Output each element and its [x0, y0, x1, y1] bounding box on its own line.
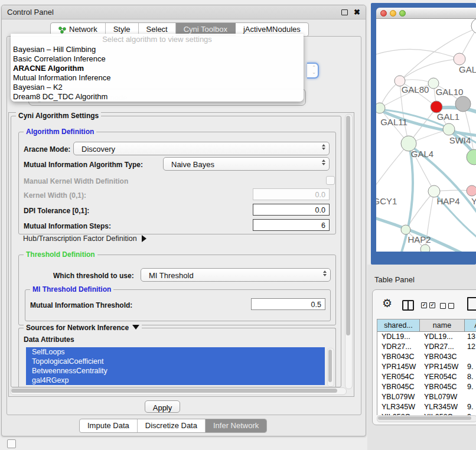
float-window-icon[interactable] — [341, 9, 348, 15]
network-node-label: SWI4 — [449, 135, 471, 145]
attribute-list-item[interactable]: TopologicalCoefficient — [26, 357, 325, 366]
table-cell: YLR345W — [377, 402, 420, 412]
panel-title: Control Panel — [7, 8, 341, 17]
select-all-checks-icon[interactable]: ✓✓ — [421, 302, 435, 308]
table-cell: YBL079W — [377, 392, 420, 402]
table-cell: YBR045C — [377, 382, 420, 392]
table-cell: 9. — [465, 362, 476, 372]
zoom-traffic-light-icon[interactable] — [399, 10, 406, 17]
attribute-list-item[interactable]: BetweennessCentrality — [26, 366, 325, 376]
network-edge[interactable] — [376, 144, 409, 193]
table-cell: YDR27... — [377, 342, 420, 352]
network-node-hap4[interactable] — [428, 185, 440, 197]
attributes-list-scrollbar[interactable] — [327, 348, 334, 387]
kernel-width-field[interactable]: 0.0 — [253, 188, 330, 200]
table-body: YDL19...YDL19...13YDR27...YDR27...12YBR0… — [377, 332, 476, 415]
mi-type-combobox[interactable]: Naive Bayes — [163, 157, 330, 171]
table-row[interactable]: YDR27...YDR27...12 — [377, 342, 476, 352]
table-horizontal-scrollbar[interactable] — [377, 415, 476, 422]
network-node-label: GAL10 — [436, 87, 464, 97]
mi-threshold-group: MI Threshold Definition Mutual Informati… — [25, 289, 331, 321]
mi-steps-label: Mutual Information Steps: — [24, 222, 111, 230]
network-node-hap2[interactable] — [401, 225, 410, 234]
algorithm-option[interactable]: Mutual Information Inference — [11, 73, 304, 83]
tab-infer-network[interactable]: Infer Network — [206, 419, 266, 432]
tab-impute-data[interactable]: Impute Data — [80, 419, 138, 432]
network-node-gal11[interactable] — [376, 103, 385, 113]
network-node[interactable] — [471, 19, 476, 34]
close-icon[interactable]: ✖ — [354, 8, 360, 16]
mi-threshold-field[interactable]: 0.5 — [251, 298, 325, 310]
network-edge[interactable] — [376, 49, 459, 59]
algorithm-option[interactable]: Basic Correlation Inference — [11, 54, 304, 64]
algorithm-option[interactable]: Dream8 DC_TDC Algorithm — [11, 92, 304, 102]
hub-definition-label: Hub/Transcription Factor Definition — [23, 234, 137, 243]
network-desktop-frame: GALGAL80GAL10GAL1GAL11SWI4GAL4GCY1HAP4YH… — [371, 3, 476, 265]
mi-steps-field[interactable]: 6 — [253, 219, 330, 231]
settings-scrollpane: Cyni Algorithm Settings Algorithm Defini… — [8, 112, 354, 397]
column-header[interactable]: shared... — [377, 319, 420, 332]
network-window: GALGAL80GAL10GAL1GAL11SWI4GAL4GCY1HAP4YH… — [376, 8, 476, 251]
threshold-definition-legend: Threshold Definition — [24, 250, 97, 259]
network-node-swi4[interactable] — [443, 123, 455, 135]
table-row[interactable]: YLR345WYLR345W9. — [377, 402, 476, 412]
network-node-label: GAL4 — [411, 149, 433, 159]
network-node[interactable] — [455, 96, 471, 112]
network-node-gal[interactable] — [454, 53, 465, 65]
column-header[interactable]: name — [420, 319, 465, 332]
mi-threshold-label: Mutual Information Threshold: — [30, 301, 132, 309]
dpi-tolerance-field[interactable]: 0.0 — [253, 204, 330, 216]
network-node[interactable] — [467, 149, 476, 165]
table-cell: YPR145W — [377, 362, 420, 372]
table-row[interactable]: YBR045CYBR045C9. — [377, 382, 476, 392]
deselect-all-boxes-icon[interactable] — [440, 303, 454, 309]
table-cell: YDL19... — [377, 332, 420, 342]
network-edge[interactable] — [400, 59, 459, 81]
collapsed-panel-icon[interactable] — [7, 439, 16, 448]
attribute-list-item[interactable]: gal4RGexp — [26, 376, 325, 385]
data-attributes-list[interactable]: SelfLoopsTopologicalCoefficientBetweenne… — [26, 347, 325, 386]
network-node-label: GCY1 — [376, 196, 397, 206]
focused-combobox-fragment[interactable]: ⌃⌄ — [307, 63, 319, 79]
table-row[interactable]: YBR043CYBR043C — [377, 352, 476, 362]
table-cell: YER054C — [377, 372, 420, 382]
table-row[interactable]: YER054CYER054C8. — [377, 372, 476, 382]
close-traffic-light-icon[interactable] — [380, 10, 387, 17]
minimize-traffic-light-icon[interactable] — [390, 10, 396, 17]
algorithm-option[interactable]: Bayesian – K2 — [11, 83, 304, 92]
table-cell: YBL079W — [420, 392, 465, 402]
table-cell: YLR345W — [420, 402, 465, 412]
which-threshold-combobox[interactable]: MI Threshold — [141, 268, 331, 282]
table-row[interactable]: YDL19...YDL19...13 — [377, 332, 476, 342]
network-canvas[interactable]: GALGAL80GAL10GAL1GAL11SWI4GAL4GCY1HAP4YH… — [376, 19, 476, 252]
table-cell: 12 — [465, 342, 476, 352]
which-threshold-label: Which threshold to use: — [53, 272, 134, 280]
table-row[interactable]: YPR145WYPR145W9. — [377, 362, 476, 372]
mi-type-value: Naive Bayes — [171, 160, 214, 169]
document-icon[interactable] — [467, 297, 476, 311]
tab-label: Impute Data — [87, 419, 129, 432]
tab-discretize-data[interactable]: Discretize Data — [138, 419, 206, 432]
algorithm-dropdown-prompt: Select algorithm to view settings — [11, 34, 304, 45]
table-panel-title: Table Panel — [374, 275, 415, 284]
network-node-y[interactable] — [467, 185, 476, 196]
network-node-gal1[interactable] — [431, 101, 442, 113]
split-columns-icon[interactable] — [402, 300, 414, 311]
settings-horizontal-scrollbar[interactable] — [10, 387, 347, 395]
table-cell: YBR043C — [377, 352, 420, 362]
attribute-list-item[interactable]: SelfLoops — [26, 347, 325, 357]
table-row[interactable]: YBL079WYBL079W — [377, 392, 476, 402]
network-node-label: GAL1 — [437, 112, 459, 122]
hub-definition-expander[interactable]: Hub/Transcription Factor Definition — [23, 234, 146, 243]
settings-vertical-scrollbar[interactable] — [345, 114, 353, 389]
algorithm-option[interactable]: ARACNE Algorithm — [11, 64, 304, 73]
cyni-algorithm-settings-group: Cyni Algorithm Settings Algorithm Defini… — [11, 116, 341, 387]
network-node[interactable] — [420, 244, 430, 252]
column-header[interactable]: A — [465, 319, 476, 332]
gear-icon[interactable]: ⚙ — [382, 298, 392, 309]
manual-kernel-checkbox[interactable] — [326, 176, 335, 185]
algorithm-definition-legend: Algorithm Definition — [24, 128, 96, 136]
apply-button[interactable]: Apply — [145, 400, 180, 413]
aracne-mode-combobox[interactable]: Discovery — [73, 142, 330, 155]
algorithm-option[interactable]: Bayesian – Hill Climbing — [11, 45, 304, 54]
